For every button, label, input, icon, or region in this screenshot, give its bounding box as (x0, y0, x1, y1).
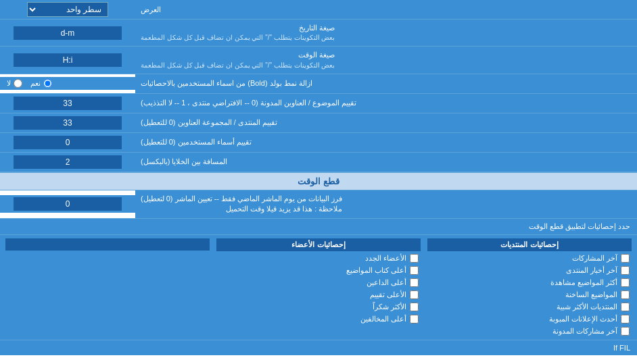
checkbox-most-viewed[interactable] (621, 278, 630, 287)
bold-remove-input-cell: نعم لا (0, 77, 135, 90)
bottom-text-area: If FIL (0, 340, 637, 355)
filter-days-note: ملاحظة : هذا قد يزيد قيلا وقت التحميل (226, 205, 342, 213)
cells-distance-input[interactable] (14, 155, 122, 169)
bottom-text: If FIL (613, 344, 630, 352)
list-item: أعلى الداعين (216, 278, 421, 288)
list-item: أحدث الإعلانات المبوبة (427, 314, 632, 324)
display-type-row: العرض سطر واحد عدة أسطر (0, 0, 637, 20)
forum-titles-row: تقييم المنتدى / المجموعة العناوين (0 للت… (0, 113, 637, 133)
checkbox-top-rated[interactable] (410, 290, 419, 299)
list-item: الأعضاء الجدد (216, 253, 421, 263)
bold-no-radio[interactable] (14, 79, 22, 88)
checkbox-hot-topics[interactable] (621, 290, 630, 299)
label-most-thanks: الأكثر شكراً (373, 303, 406, 311)
cells-distance-input-cell (0, 153, 135, 172)
filter-days-input[interactable] (14, 197, 122, 211)
display-type-label: العرض (135, 0, 637, 19)
checkbox-most-similar[interactable] (621, 303, 630, 311)
stats-col3-title (5, 238, 210, 251)
label-last-news: آخر أخبار المنتدى (566, 266, 617, 275)
bold-no-text: لا (7, 79, 11, 88)
list-item: الأعلى تقييم (216, 290, 421, 300)
checkbox-top-inviters[interactable] (410, 278, 419, 287)
bold-yes-label[interactable]: نعم (30, 79, 52, 88)
list-item: المواضيع الساخنة (427, 290, 632, 300)
filter-days-row: فرز البيانات من يوم الماشر الماضي فقط --… (0, 190, 637, 219)
checkbox-top-violators[interactable] (410, 315, 419, 323)
topics-titles-row: تقييم الموضوع / العناوين المدونة (0 -- ا… (0, 94, 637, 113)
stats-section: حدد إحصائيات لتطبيق قطع الوقت إحصائيات ا… (0, 219, 637, 340)
forum-titles-label: تقييم المنتدى / المجموعة العناوين (0 للت… (135, 113, 637, 132)
list-item: آخر مشاركات المدونة (427, 326, 632, 336)
stats-limit-label: حدد إحصائيات لتطبيق قطع الوقت (0, 219, 637, 235)
list-item: أعلى المخالفين (216, 314, 421, 324)
label-top-inviters: أعلى الداعين (367, 278, 406, 287)
checkbox-new-members[interactable] (410, 254, 419, 263)
stats-col2: إحصائيات الأعضاء الأعضاء الجدد أعلى كتاب… (213, 238, 424, 336)
users-names-input[interactable] (14, 136, 122, 149)
stats-col2-title: إحصائيات الأعضاء (216, 238, 421, 251)
topics-titles-input[interactable] (14, 97, 122, 110)
filter-days-title: فرز البيانات من يوم الماشر الماضي فقط --… (141, 194, 342, 204)
bold-remove-label: ازالة نمط بولد (Bold) من اسماء المستخدمي… (135, 74, 637, 93)
stats-col1-title: إحصائيات المنتديات (427, 238, 632, 251)
date-format-row: صيغة التاريخ بعض التكوينات يتطلب "/" الت… (0, 20, 637, 47)
list-item: أكثر المواضيع مشاهدة (427, 278, 632, 288)
checkbox-blog-posts[interactable] (621, 327, 630, 336)
date-format-input[interactable] (14, 26, 122, 40)
bold-yes-radio[interactable] (43, 79, 52, 88)
time-format-input[interactable] (14, 53, 122, 67)
bold-no-label[interactable]: لا (7, 79, 22, 88)
users-names-input-cell (0, 133, 135, 152)
stats-grid: إحصائيات المنتديات آخر المشاركات آخر أخب… (0, 235, 637, 340)
time-format-input-cell (0, 47, 135, 73)
checkbox-top-writers[interactable] (410, 266, 419, 275)
forum-titles-input-cell (0, 113, 135, 132)
checkbox-most-thanks[interactable] (410, 303, 419, 311)
label-most-viewed: أكثر المواضيع مشاهدة (550, 278, 617, 287)
date-format-title: صيغة التاريخ (141, 23, 335, 33)
bold-yes-text: نعم (30, 79, 41, 88)
forum-titles-input[interactable] (14, 116, 122, 130)
stats-col1-items: آخر المشاركات آخر أخبار المنتدى أكثر الم… (427, 253, 632, 336)
stats-col2-items: الأعضاء الجدد أعلى كتاب المواضيع أعلى ال… (216, 253, 421, 324)
time-format-title: صيغة الوقت (141, 50, 335, 60)
label-top-violators: أعلى المخالفين (360, 315, 406, 323)
label-top-rated: الأعلى تقييم (370, 290, 406, 299)
display-type-input-cell: سطر واحد عدة أسطر (0, 0, 135, 19)
checkbox-last-news[interactable] (621, 266, 630, 275)
users-names-label: تقييم أسماء المستخدمين (0 للتعطيل) (135, 133, 637, 152)
time-format-sublabel: بعض التكوينات يتطلب "/" التي يمكن ان تضا… (141, 61, 335, 70)
label-hot-topics: المواضيع الساخنة (565, 290, 617, 299)
stats-col3 (2, 238, 213, 336)
time-format-row: صيغة الوقت بعض التكوينات يتطلب "/" التي … (0, 47, 637, 74)
main-container: العرض سطر واحد عدة أسطر صيغة التاريخ بعض… (0, 0, 637, 355)
list-item: المنتديات الأكثر شبية (427, 302, 632, 312)
list-item: آخر المشاركات (427, 253, 632, 263)
filter-days-label: فرز البيانات من يوم الماشر الماضي فقط --… (135, 190, 637, 218)
label-top-writers: أعلى كتاب المواضيع (346, 266, 406, 275)
users-names-row: تقييم أسماء المستخدمين (0 للتعطيل) (0, 133, 637, 153)
checkbox-last-posts[interactable] (621, 254, 630, 263)
display-type-select[interactable]: سطر واحد عدة أسطر (27, 2, 108, 17)
label-most-similar: المنتديات الأكثر شبية (557, 303, 617, 311)
label-last-posts: آخر المشاركات (572, 254, 617, 263)
filter-days-input-cell (0, 195, 135, 213)
list-item: أعلى كتاب المواضيع (216, 265, 421, 276)
checkbox-latest-ads[interactable] (621, 315, 630, 323)
time-format-label: صيغة الوقت بعض التكوينات يتطلب "/" التي … (135, 47, 637, 73)
topics-titles-input-cell (0, 94, 135, 113)
topics-titles-label: تقييم الموضوع / العناوين المدونة (0 -- ا… (135, 94, 637, 113)
cells-distance-label: المسافة بين الخلايا (بالبكسل) (135, 153, 637, 172)
date-format-sublabel: بعض التكوينات يتطلب "/" التي يمكن ان تضا… (141, 33, 335, 43)
label-blog-posts: آخر مشاركات المدونة (552, 327, 617, 336)
date-format-input-cell (0, 20, 135, 46)
list-item: الأكثر شكراً (216, 302, 421, 312)
cutoff-section-header: قطع الوقت (0, 172, 637, 190)
label-latest-ads: أحدث الإعلانات المبوبة (549, 315, 617, 323)
stats-col1: إحصائيات المنتديات آخر المشاركات آخر أخب… (424, 238, 635, 336)
list-item: آخر أخبار المنتدى (427, 265, 632, 276)
cells-distance-row: المسافة بين الخلايا (بالبكسل) (0, 153, 637, 172)
label-new-members: الأعضاء الجدد (365, 254, 406, 263)
bold-remove-row: ازالة نمط بولد (Bold) من اسماء المستخدمي… (0, 74, 637, 94)
